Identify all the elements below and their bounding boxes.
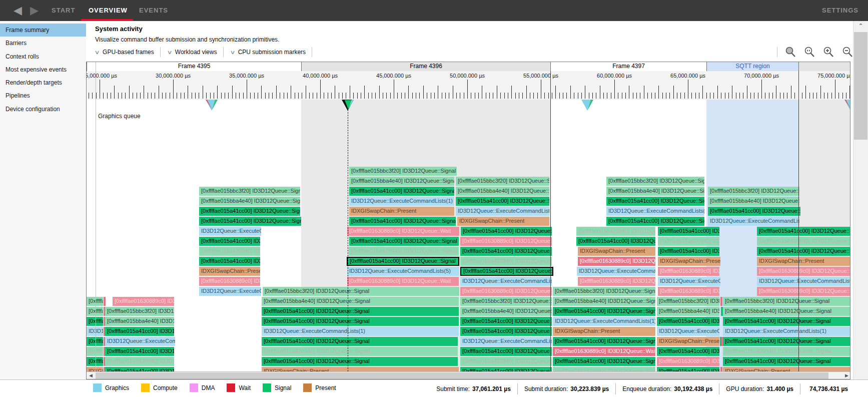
event-bar[interactable]: [0xffffae015a41cc00] ID3D12Queue::Signal [460,327,552,336]
event-bar[interactable]: IDXGISwapChain::Present [723,367,850,371]
back-arrow-icon[interactable]: ◀ [14,5,22,17]
event-bar[interactable]: [0xffffae015a41cc00] ID3D12Queue::Signal [460,247,552,256]
event-bar[interactable]: [0xffffae015a420940] ID3D12Queue::Signal [757,237,850,246]
event-bar[interactable]: [0xffffae015bbc3f20] ID3D12Queue::Signal [199,187,300,196]
event-bar[interactable]: [0xffffae015a41cc00] ID3D12Queue::Signal [262,307,459,316]
event-bar[interactable]: [0xffffae015a41cc00] ID3D12Queue::Signal [105,367,174,371]
event-bar[interactable]: [0xffffae015a41cc00] ID3D12Queue::Signal [658,247,719,256]
tab-overview[interactable]: OVERVIEW [89,7,128,14]
event-bar[interactable]: [0xffffae015bba4e40] ID3D12Queue::Signal [105,317,174,326]
event-bar[interactable]: [0xffffae015bbc3f20] ID3D12Queue::Signal [105,307,174,316]
frame-marker-icon[interactable] [581,100,593,111]
zoom-out-icon[interactable] [841,46,853,58]
event-bar[interactable]: [0xffffae015a41cc00] ID3D12Queue::Signal [199,257,260,266]
event-bar[interactable]: ID3D12Queue::ExecuteCommandLists(1) [456,207,549,216]
event-bar[interactable]: ID3D12Queue::ExecuteCommandLists(1) [349,197,454,206]
scroll-up-icon[interactable]: ⌃ [853,21,868,31]
event-bar[interactable]: [0xffffae015a41cc00] ID3D12Queue::Signal [87,357,103,366]
zoom-in-icon[interactable] [822,46,834,58]
frame-header-frame-4398[interactable]: Frame 4398 [798,62,850,71]
dropdown-gpu-based-frames[interactable]: ∨GPU-based frames [94,49,160,56]
event-bar[interactable]: [0xffffae015a41cc00] ID3D12Queue::Signal [199,217,301,226]
event-bar[interactable]: [0xffffae015a420940] ID3D12Queue::Signal [199,247,260,256]
event-bar[interactable]: IDXGISwapChain::Present [657,337,719,346]
event-bar[interactable]: [0xffffae015bbc3f20] ID3D12Queue::Signal [723,297,850,306]
tab-events[interactable]: EVENTS [139,7,168,14]
event-bar[interactable]: ID3D12Queue::ExecuteCommandLists(1) [606,207,704,216]
event-bar[interactable]: [0xffffae015a41cc00] ID3D12Queue::Signal [553,307,655,316]
frame-header-frame-4397[interactable]: Frame 4397 [550,62,706,71]
event-bar[interactable]: [0xffffae015a41cc00] ID3D12Queue::Signal [657,317,719,326]
event-bar[interactable]: [0xffffae01630889c0] ID3D12Queue::Wait [757,267,850,276]
event-bar[interactable]: [0xffffae015a41cc00] ID3D12Queue::Signal [262,357,458,366]
event-bar[interactable]: [0xffffae015a41cc00] ID3D12Queue::Signal [349,237,459,246]
event-bar[interactable]: [0xffffae01630889c0] ID3D12Queue::Wait [658,287,719,296]
event-bar[interactable]: ID3D12Queue::ExecuteCommandLists(5) [757,277,850,286]
event-bar[interactable]: [0xffffae015bba4e40] ID3D12Queue::Signal [553,297,655,306]
tab-settings[interactable]: SETTINGS [822,7,858,14]
horizontal-scrollbar-thumb[interactable] [96,372,828,379]
sidebar-item-most-expensive-events[interactable]: Most expensive events [0,63,86,76]
event-bar[interactable]: ID3D12Queue::ExecuteCommandLists(5) [658,277,720,286]
event-bar[interactable]: IDXGISwapChain::Present [87,367,103,371]
event-bar[interactable] [720,297,722,306]
event-bar[interactable]: ID3D12Queue::ExecuteCommandLists(5) [347,267,459,276]
event-bar[interactable]: [0xffffae015a420940] ID3D12Queue::Signal [105,357,174,366]
event-bar[interactable]: [0xffffae01630889c0] ID3D12Queue::Wait [460,287,552,296]
event-bar[interactable]: [0xffffae015bbc3f20] ID3D12Queue::Signal [708,187,799,196]
event-bar[interactable]: ID3D12Queue::ExecuteCommandLists(1) [657,327,719,336]
event-bar[interactable]: IDXGISwapChain::Present [199,267,260,276]
event-bar[interactable]: ID3D12Queue::ExecuteCommandLists(1) [199,227,261,236]
event-bar[interactable]: [0xffffae01630889c0] ID3D12Queue::Wait [347,277,459,286]
event-bar[interactable]: [0xffffae015a420940] ID3D12Queue::Signal [460,257,552,266]
event-bar[interactable]: [0xffffae01630889c0] ID3D12Queue::Wait [658,267,719,276]
event-bar[interactable]: [0xffffae015a41cc00] ID3D12Queue::Signal [757,227,850,236]
event-bar[interactable]: [0xffffae015a41cc00] ID3D12Queue::Signal [757,247,850,256]
event-bar[interactable]: [0xffffae01630889c0] ID3D12Queue::Wait [113,297,174,306]
event-bar[interactable]: [0xffffae015a41cc00] ID3D12Queue::Signal [199,237,260,246]
event-bar[interactable]: [0xffffae01630889c0] ID3D12Queue::Wait [199,277,260,286]
event-bar[interactable]: [0xffffae015bba4e40] ID3D12Queue::Signal [708,197,799,206]
event-bar[interactable]: [0xffffae015a41cc00] ID3D12Queue::Signal [456,197,549,206]
event-bar[interactable]: [0xffffae015a420940] ID3D12Queue::Signal [87,347,103,356]
event-bar[interactable]: [0xffffae015a41cc00] ID3D12Queue::Signal [553,337,655,346]
event-bar[interactable]: [0xffffae015a41cc00] ID3D12Queue::Signal [723,337,850,346]
event-bar[interactable]: [0xffffae015a41cc00] ID3D12Queue::Signal [460,367,552,371]
scroll-right-icon[interactable]: ▶ [842,372,850,379]
event-bar[interactable]: [0xffffae015a41cc00] ID3D12Queue::Signal [606,217,704,226]
frame-header-frame-4396[interactable]: Frame 4396 [301,62,550,71]
event-bar[interactable]: ID3D12Queue::ExecuteCommandLists(1) [708,217,799,226]
event-bar[interactable]: IDXGISwapChain::Present [457,217,549,226]
forward-arrow-icon[interactable]: ▶ [30,5,39,17]
event-bar[interactable]: [0xffffae015a41cc00] ID3D12Queue::Signal [262,317,459,326]
event-bar[interactable]: [0xffffae015a41cc00] ID3D12Queue::Signal [349,217,456,226]
frame-marker-icon[interactable] [206,100,218,111]
event-bar[interactable]: IDXGISwapChain::Present [757,257,850,266]
dropdown-cpu-submission-markers[interactable]: ∨CPU submission markers [230,49,312,56]
event-bar[interactable]: ID3D12Queue::ExecuteCommandLists(5) [105,337,175,346]
event-bar[interactable]: [0xffffae015a420940] ID3D12Queue::Signal [349,247,459,256]
event-bar[interactable]: [0xffffae015a420940] ID3D12Queue::Signal [658,237,719,246]
event-bar[interactable]: [0xffffae015a41cc00] ID3D12Queue::Signal [87,317,103,326]
event-bar[interactable]: ID3D12Queue::ExecuteCommandLists(5) [460,337,552,346]
event-bar[interactable]: [0xffffae015a41cc00] ID3D12Queue::Signal [723,357,850,366]
sidebar-item-barriers[interactable]: Barriers [0,37,86,50]
vertical-scrollbar[interactable]: ⌃ ⌄ [853,21,868,397]
zoom-to-selection-icon[interactable] [784,46,796,58]
event-bar[interactable]: [0xffffae015bba4e40] ID3D12Queue::Signal [723,307,850,316]
event-bar[interactable]: [0xffffae015a41cc00] ID3D12Queue::Signal [349,187,454,196]
event-bar[interactable]: [0xffffae015a41cc00] ID3D12Queue::Signal [460,347,552,356]
tab-start[interactable]: START [52,7,75,14]
event-bar[interactable]: [0xffffae015a41cc00] ID3D12Queue::Signal [553,357,655,366]
event-bar[interactable]: [0xffffae015a420940] ID3D12Queue::Signal [460,357,552,366]
event-bar[interactable]: IDXGISwapChain::Present [262,367,459,371]
sidebar-item-frame-summary[interactable]: Frame summary [0,24,86,37]
frame-header-frame-4395[interactable]: Frame 4395 [87,62,301,71]
event-bar[interactable]: [0xffffae015bba4e40] ID3D12Queue::Signal [456,187,549,196]
event-bar[interactable]: [0xffffae015bba4e40] ID3D12Queue::Signal [349,177,454,186]
event-bar[interactable]: [0xffffae015a420940] ID3D12Queue::Signal [262,347,458,356]
event-bar[interactable]: [0xffffae01630889c0] ID3D12Queue::Wait [578,257,655,266]
event-bar[interactable]: ID3D12Queue::ExecuteCommandLists(5) [577,267,655,276]
sidebar-item-render-depth-targets[interactable]: Render/depth targets [0,76,86,89]
event-bar[interactable]: [0xffffae015a420940] ID3D12Queue::Signal [576,227,655,236]
